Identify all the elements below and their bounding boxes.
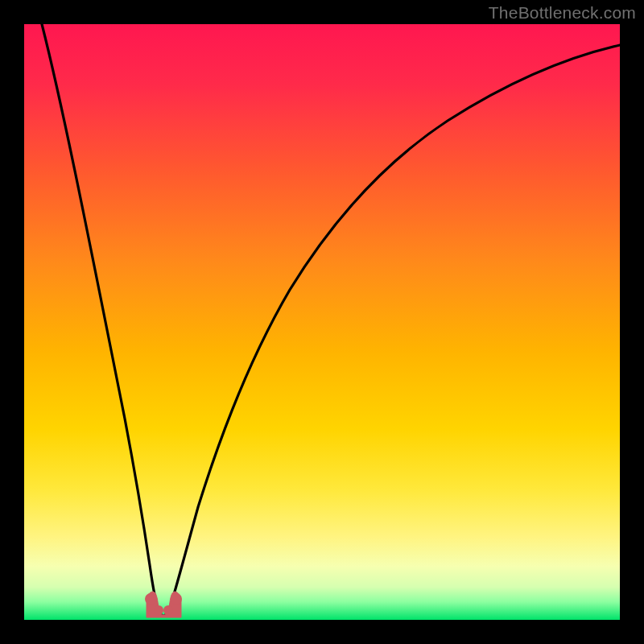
nub-dot-right [171, 593, 182, 605]
bottleneck-chart [0, 0, 644, 644]
chart-frame: TheBottleneck.com [0, 0, 644, 644]
nub-dot-left [145, 593, 156, 605]
watermark-text: TheBottleneck.com [489, 3, 636, 23]
nub-dot-mid-left [154, 605, 163, 615]
plot-background [24, 24, 620, 620]
nub-dot-mid-right [163, 605, 173, 615]
